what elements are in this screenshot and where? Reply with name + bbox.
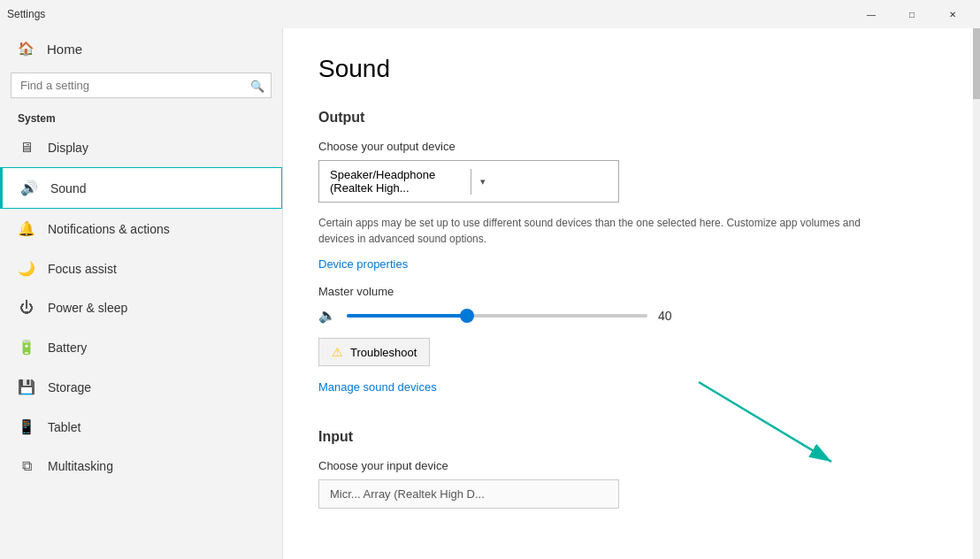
minimize-button[interactable]: — xyxy=(851,0,892,28)
volume-speaker-icon: 🔈 xyxy=(318,307,336,324)
sidebar-item-storage[interactable]: 💾 Storage xyxy=(0,367,282,407)
app-title: Settings xyxy=(7,8,45,20)
sidebar-item-label: Storage xyxy=(48,380,91,394)
device-properties-link[interactable]: Device properties xyxy=(318,257,408,271)
battery-icon: 🔋 xyxy=(18,339,35,356)
multitasking-icon: ⧉ xyxy=(18,458,35,474)
page-title: Sound xyxy=(318,55,938,83)
volume-row: 🔈 40 xyxy=(318,307,938,324)
troubleshoot-label: Troubleshoot xyxy=(350,346,417,359)
warning-icon: ⚠ xyxy=(332,345,343,359)
sidebar-item-label: Display xyxy=(48,141,88,155)
search-icon: 🔍 xyxy=(250,79,264,92)
sidebar-item-label: Notifications & actions xyxy=(48,222,170,236)
maximize-button[interactable]: □ xyxy=(892,0,932,28)
sidebar: 🏠 Home 🔍 System 🖥 Display 🔊 Sound 🔔 Noti… xyxy=(0,28,283,559)
sidebar-item-notifications[interactable]: 🔔 Notifications & actions xyxy=(0,209,282,249)
slider-fill xyxy=(347,314,467,318)
troubleshoot-button[interactable]: ⚠ Troubleshoot xyxy=(318,338,430,366)
title-bar: Settings — □ ✕ xyxy=(0,0,980,28)
close-button[interactable]: ✕ xyxy=(932,0,973,28)
input-device-preview: Micr... Array (Realtek High D... xyxy=(318,479,619,509)
sidebar-item-label: Power & sleep xyxy=(48,301,127,315)
app-body: 🏠 Home 🔍 System 🖥 Display 🔊 Sound 🔔 Noti… xyxy=(0,28,980,559)
storage-icon: 💾 xyxy=(18,379,35,395)
device-label: Choose your output device xyxy=(318,140,938,153)
sidebar-item-battery[interactable]: 🔋 Battery xyxy=(0,327,282,367)
output-device-select[interactable]: Speaker/Headphone (Realtek High... ▾ xyxy=(318,160,619,203)
sidebar-item-tablet[interactable]: 📱 Tablet xyxy=(0,407,282,447)
scrollbar-thumb[interactable] xyxy=(973,28,980,99)
scrollbar[interactable] xyxy=(973,28,980,559)
output-device-value: Speaker/Headphone (Realtek High... xyxy=(319,161,471,202)
sidebar-item-label: Multitasking xyxy=(48,459,113,473)
input-section-title: Input xyxy=(318,429,938,445)
display-icon: 🖥 xyxy=(18,140,35,156)
sidebar-home[interactable]: 🏠 Home xyxy=(0,28,282,69)
sidebar-item-label: Sound xyxy=(50,181,86,195)
search-input[interactable] xyxy=(11,73,272,98)
sidebar-search-container: 🔍 xyxy=(11,73,272,98)
output-section-title: Output xyxy=(318,110,938,126)
master-volume-label: Master volume xyxy=(318,285,938,298)
window-controls: — □ ✕ xyxy=(851,0,973,28)
sidebar-item-label: Battery xyxy=(48,341,87,355)
power-icon: ⏻ xyxy=(18,300,35,316)
notifications-icon: 🔔 xyxy=(18,220,35,237)
home-icon: 🏠 xyxy=(18,41,34,57)
sound-icon: 🔊 xyxy=(20,180,38,196)
chevron-down-icon: ▾ xyxy=(471,169,619,195)
sidebar-item-display[interactable]: 🖥 Display xyxy=(0,128,282,167)
output-section: Output Choose your output device Speaker… xyxy=(318,110,938,408)
main-content: Sound Output Choose your output device S… xyxy=(283,28,973,559)
sidebar-section-label: System xyxy=(0,105,282,128)
sidebar-item-multitasking[interactable]: ⧉ Multitasking xyxy=(0,447,282,486)
focus-icon: 🌙 xyxy=(18,260,35,277)
sidebar-item-label: Tablet xyxy=(48,420,80,434)
input-device-label: Choose your input device xyxy=(318,459,938,472)
sidebar-item-label: Focus assist xyxy=(48,262,117,276)
volume-value: 40 xyxy=(658,309,685,323)
sidebar-item-focus[interactable]: 🌙 Focus assist xyxy=(0,249,282,288)
input-section: Input Choose your input device Micr... A… xyxy=(318,429,938,509)
home-label: Home xyxy=(47,42,82,57)
volume-slider[interactable] xyxy=(347,314,647,318)
sidebar-item-sound[interactable]: 🔊 Sound xyxy=(0,167,282,209)
tablet-icon: 📱 xyxy=(18,418,35,435)
slider-thumb[interactable] xyxy=(460,309,474,323)
output-info-text: Certain apps may be set up to use differ… xyxy=(318,215,867,247)
manage-devices-link[interactable]: Manage sound devices xyxy=(318,380,437,394)
sidebar-item-power[interactable]: ⏻ Power & sleep xyxy=(0,288,282,327)
